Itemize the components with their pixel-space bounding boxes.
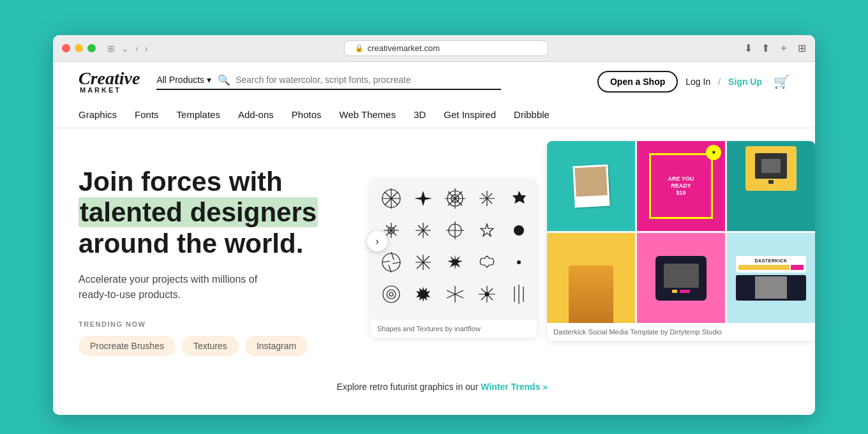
search-input[interactable] — [236, 75, 501, 85]
nav-graphics[interactable]: Graphics — [79, 109, 117, 120]
maximize-button[interactable] — [87, 44, 96, 52]
hero-heading: Join forces with talented designers arou… — [79, 167, 385, 259]
svg-marker-46 — [416, 287, 430, 302]
login-button[interactable]: Log In — [685, 77, 710, 87]
tag-textures[interactable]: Textures — [182, 336, 239, 356]
signup-button[interactable]: Sign Up — [728, 77, 762, 87]
lock-icon: 🔒 — [355, 44, 364, 52]
nav-fonts[interactable]: Fonts — [135, 109, 159, 120]
chevron-down-icon: ▾ — [207, 75, 211, 85]
social-media-card[interactable]: ARE YOUREADY$19 ★ — [547, 141, 815, 341]
svg-point-45 — [389, 292, 393, 296]
search-dropdown-label: All Products — [156, 75, 204, 85]
new-tab-icon[interactable]: ＋ — [779, 41, 789, 55]
slide-nav-button[interactable]: › — [367, 231, 387, 251]
search-icon: 🔍 — [218, 74, 230, 86]
svg-line-33 — [393, 262, 400, 264]
nav-addons[interactable]: Add-ons — [238, 109, 274, 120]
url-text: creativemarket.com — [368, 43, 440, 53]
explore-text: Explore retro futurist graphics in our — [337, 382, 479, 392]
divider: / — [718, 77, 721, 87]
shapes-card[interactable]: Shapes and Textures by inartflow — [371, 179, 537, 338]
download-icon[interactable]: ⬇ — [744, 42, 752, 54]
tag-instagram[interactable]: Instagram — [245, 336, 308, 356]
nav-web-themes[interactable]: Web Themes — [340, 109, 396, 120]
svg-marker-29 — [481, 224, 493, 236]
open-shop-button[interactable]: Open a Shop — [597, 71, 678, 93]
sidebar-toggle-icon[interactable]: ⊞ — [107, 43, 115, 54]
svg-point-30 — [514, 225, 524, 236]
nav-dribbble[interactable]: Dribbble — [514, 109, 550, 120]
svg-point-44 — [387, 290, 396, 299]
close-button[interactable] — [62, 44, 70, 52]
nav-photos[interactable]: Photos — [292, 109, 322, 120]
search-bar[interactable]: All Products ▾ 🔍 — [156, 74, 501, 90]
tag-procreate-brushes[interactable]: Procreate Brushes — [79, 336, 176, 356]
trending-tags: Procreate Brushes Textures Instagram — [79, 336, 385, 356]
hero-subtext: Accelerate your projects with millions o… — [79, 272, 385, 303]
svg-marker-16 — [513, 191, 526, 204]
hero-heading-line1: Join forces with — [79, 167, 283, 197]
grid-icon[interactable]: ⊞ — [798, 42, 806, 54]
svg-point-43 — [383, 286, 400, 303]
nav-get-inspired[interactable]: Get Inspired — [444, 109, 496, 120]
svg-point-42 — [517, 260, 521, 264]
social-media-grid: ARE YOUREADY$19 ★ — [547, 141, 815, 323]
trending-label: TRENDING NOW — [79, 320, 385, 328]
address-bar[interactable]: 🔒 creativemarket.com — [344, 40, 548, 56]
logo-creative: Creative — [79, 68, 140, 88]
logo[interactable]: Creative MARKET — [79, 70, 140, 94]
left-card-caption: Shapes and Textures by inartflow — [371, 320, 537, 338]
share-icon[interactable]: ⬆ — [761, 42, 770, 54]
nav-3d[interactable]: 3D — [414, 109, 426, 120]
svg-marker-41 — [480, 256, 494, 267]
winter-trends-link[interactable]: Winter Trends » — [481, 382, 548, 392]
chevron-down-icon[interactable]: ⌄ — [121, 43, 129, 54]
main-nav: Graphics Fonts Templates Add-ons Photos … — [79, 101, 789, 128]
hero-images: › — [371, 141, 815, 341]
svg-point-54 — [485, 292, 489, 296]
search-dropdown[interactable]: All Products ▾ — [156, 75, 211, 85]
svg-line-35 — [382, 261, 390, 262]
forward-icon[interactable]: › — [145, 43, 148, 54]
minimize-button[interactable] — [75, 44, 83, 52]
svg-point-31 — [382, 253, 400, 271]
cart-icon[interactable]: 🛒 — [774, 74, 789, 89]
svg-marker-40 — [447, 255, 463, 270]
hero-heading-line3: around the world. — [79, 228, 303, 258]
nav-templates[interactable]: Templates — [177, 109, 220, 120]
right-card-caption: Dasterkick Social Media Template by Dirt… — [547, 323, 815, 341]
svg-marker-5 — [414, 191, 432, 206]
back-icon[interactable]: ‹ — [135, 43, 138, 54]
hero-heading-line2: talented designers — [79, 197, 318, 227]
